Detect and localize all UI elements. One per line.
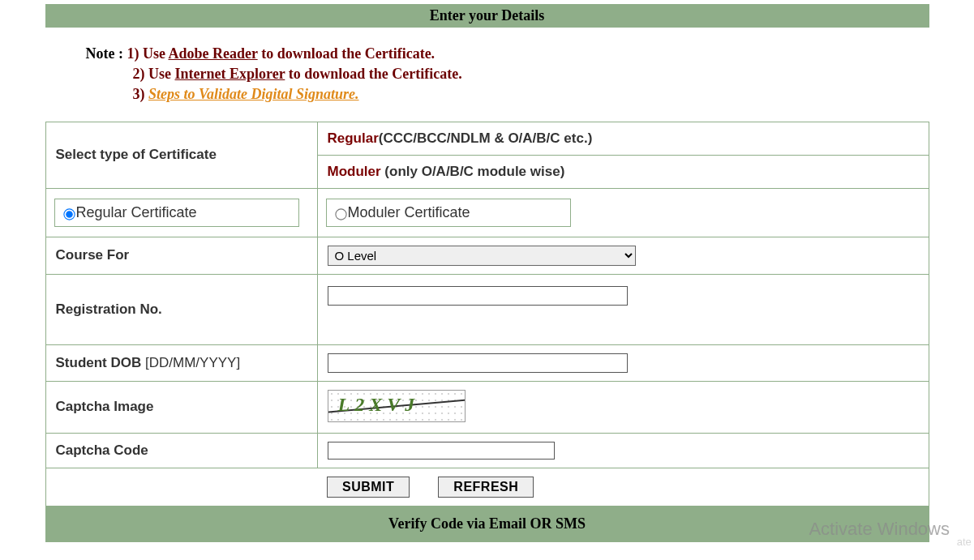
note-2-prefix: Use — [148, 66, 175, 82]
footer-bar: Verify Code via Email OR SMS — [46, 507, 929, 541]
captcha-image-cell: L2XVJ — [317, 381, 929, 433]
captcha-code-label-cell: Captcha Code — [45, 433, 317, 468]
dob-label: Student DOB — [56, 355, 142, 370]
select-type-label: Select type of Certificate — [56, 147, 217, 162]
regular-prefix: Regular — [328, 130, 379, 146]
note-3-num: 3) — [133, 86, 145, 102]
note-2-num: 2) — [133, 66, 145, 82]
radio-regular-cell: Regular Certificate — [45, 188, 317, 237]
note-2-link[interactable]: Internet Explorer — [175, 66, 285, 82]
form-table: Select type of Certificate Regular(CCC/B… — [45, 122, 929, 542]
dob-format: [DD/MM/YYYY] — [141, 355, 240, 370]
registration-label: Registration No. — [56, 301, 162, 317]
radio-regular-box[interactable]: Regular Certificate — [54, 199, 299, 227]
course-for-label-cell: Course For — [45, 237, 317, 274]
notes-block: Note : 1) Use Adobe Reader to download t… — [86, 44, 929, 105]
course-for-value-cell: O Level — [317, 237, 929, 274]
button-row: SUBMIT REFRESH — [317, 468, 929, 506]
registration-input[interactable] — [328, 286, 628, 306]
select-type-label-cell: Select type of Certificate — [45, 122, 317, 188]
header-bar: Enter your Details — [45, 4, 929, 28]
moduler-suffix: (only O/A/B/C module wise) — [384, 164, 564, 179]
dob-value-cell — [317, 344, 929, 381]
note-label: Note : — [86, 45, 123, 62]
dob-input[interactable] — [328, 353, 628, 373]
radio-moduler-box[interactable]: Moduler Certificate — [326, 199, 571, 227]
captcha-code-input[interactable] — [328, 442, 555, 460]
captcha-image-label-cell: Captcha Image — [45, 381, 317, 433]
regular-row: Regular(CCC/BCC/NDLM & O/A/B/C etc.) — [317, 122, 929, 155]
note-1-suffix: to download the Certificate. — [258, 45, 435, 62]
registration-label-cell: Registration No. — [45, 274, 317, 344]
captcha-text: L2XVJ — [338, 394, 420, 416]
note-1-prefix: Use — [143, 45, 169, 62]
note-1-link[interactable]: Adobe Reader — [168, 45, 257, 62]
registration-value-cell — [317, 274, 929, 344]
moduler-prefix: Moduler — [328, 164, 385, 179]
course-select[interactable]: O Level — [328, 246, 636, 266]
submit-button[interactable]: SUBMIT — [327, 477, 410, 498]
captcha-code-label: Captcha Code — [56, 442, 148, 458]
captcha-code-value-cell — [317, 433, 929, 468]
course-for-label: Course For — [56, 247, 130, 263]
moduler-row: Moduler (only O/A/B/C module wise) — [317, 155, 929, 188]
radio-regular-label: Regular Certificate — [76, 204, 197, 220]
radio-moduler-input[interactable] — [335, 208, 346, 220]
dob-label-cell: Student DOB [DD/MM/YYYY] — [45, 344, 317, 381]
captcha-image: L2XVJ — [328, 390, 466, 422]
note-1-num: 1) — [127, 45, 139, 62]
refresh-button[interactable]: REFRESH — [438, 477, 534, 498]
header-title: Enter your Details — [430, 7, 544, 24]
regular-suffix: (CCC/BCC/NDLM & O/A/B/C etc.) — [379, 130, 593, 146]
button-row-spacer — [45, 468, 317, 506]
radio-moduler-label: Moduler Certificate — [348, 204, 470, 220]
radio-regular-input[interactable] — [63, 208, 75, 220]
footer-title: Verify Code via Email OR SMS — [388, 515, 586, 532]
note-2-suffix: to download the Certificate. — [285, 66, 461, 82]
radio-moduler-cell: Moduler Certificate — [317, 188, 929, 237]
captcha-image-label: Captcha Image — [56, 399, 154, 414]
note-3-link[interactable]: Steps to Validate Digital Signature. — [148, 86, 359, 102]
